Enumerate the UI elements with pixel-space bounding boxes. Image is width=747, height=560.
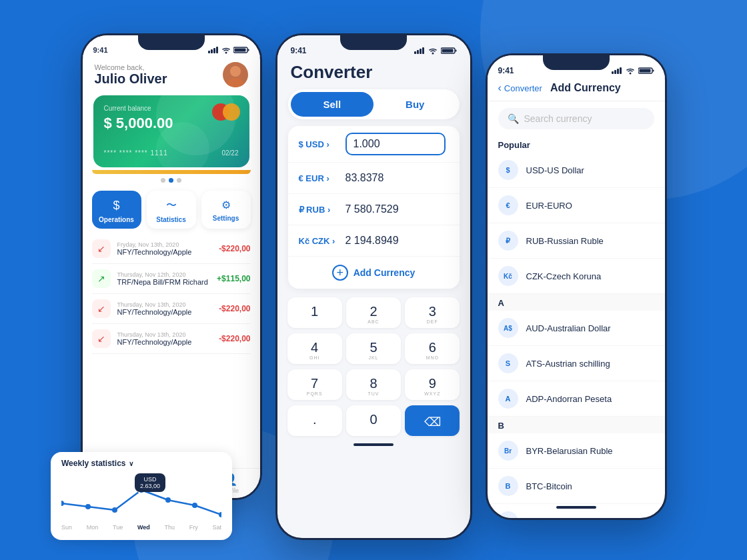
wifi-icon-3: [625, 67, 636, 75]
key-4-num: 4: [311, 340, 318, 355]
key-dot-num: .: [313, 412, 317, 427]
tx1-date: Fryday, Nov 13th, 2020: [117, 241, 213, 248]
notch3: [543, 55, 610, 70]
notch1: [138, 35, 205, 50]
key-6-num: 6: [429, 340, 436, 355]
tx4: ↙ Thursday, Nov 13th, 2020 NFY/Technolog…: [92, 324, 251, 354]
phone2-converter: 9:41: [275, 33, 472, 540]
key-2[interactable]: 2 ABC: [346, 297, 401, 328]
statistics-btn[interactable]: 〜 Statistics: [147, 191, 196, 229]
usd-input[interactable]: [345, 133, 446, 155]
statistics-icon: 〜: [166, 199, 177, 213]
usd-item[interactable]: $ USD-US Dollar: [488, 153, 665, 188]
card-number: **** **** **** 1111: [104, 149, 168, 157]
phone1-wallet: 9:41: [81, 33, 262, 500]
btc-badge: B: [498, 476, 518, 496]
home-indicator-2: [353, 443, 394, 446]
tx2: ↗ Thursday, Nov 12th, 2020 TRF/Nepa Bill…: [92, 264, 251, 294]
rub-item[interactable]: ₽ RUB-Russian Ruble: [488, 223, 665, 259]
key-8[interactable]: 8 TUV: [346, 369, 401, 400]
key-dot[interactable]: . _: [287, 405, 342, 436]
time-1: 9:41: [93, 46, 108, 54]
svg-rect-21: [620, 67, 622, 74]
adp-item[interactable]: A ADP-Andorran Peseta: [488, 381, 665, 417]
svg-rect-10: [414, 51, 416, 54]
czk-item[interactable]: Kč CZK-Czech Koruna: [488, 259, 665, 294]
card-bg-circle2: [156, 122, 209, 167]
gbp-badge: ₤: [498, 511, 518, 520]
eur-item[interactable]: € EUR-EURO: [488, 188, 665, 223]
search-bar[interactable]: 🔍 Search currency: [498, 108, 654, 129]
settings-btn[interactable]: ⚙ Settings: [201, 191, 251, 229]
key-2-letters: ABC: [367, 319, 379, 324]
chart-container: USD2.63,00 Sun Mon Tue Wed Thu Fry Sat: [61, 473, 221, 531]
svg-rect-24: [652, 70, 654, 72]
svg-rect-6: [247, 49, 249, 51]
currency-rows: $ USD › € EUR › 83.8378 ₽ RUB › 7 580.75…: [288, 126, 460, 289]
avatar-image: [223, 62, 248, 87]
sell-btn[interactable]: Sell: [291, 92, 374, 117]
label-fry: Fry: [189, 524, 198, 531]
label-wed: Wed: [137, 524, 150, 531]
ats-item[interactable]: S ATS-Austrian schilling: [488, 346, 665, 381]
usd-badge: $: [498, 160, 518, 180]
btc-name: BTC-Bitcoin: [526, 481, 572, 491]
add-currency-row[interactable]: + Add Currency: [288, 257, 460, 289]
tx2-amount: +$115,00: [217, 274, 250, 283]
tx1-icon: ↙: [92, 239, 111, 258]
key-7[interactable]: 7 PQRS: [287, 369, 342, 400]
czk-name: CZK-Czech Koruna: [526, 271, 602, 281]
key-delete[interactable]: ⌫: [405, 405, 460, 436]
aud-item[interactable]: A$ AUD-Australian Dollar: [488, 311, 665, 346]
battery-icon: [233, 46, 249, 54]
tx2-name: TRF/Nepa Bill/FRM Richard: [117, 278, 211, 286]
phone3-header-bar: ‹ Converter Add Currency: [488, 78, 665, 101]
btc-item[interactable]: B BTC-Bitcoin: [488, 469, 665, 504]
aud-name: AUD-Australian Dollar: [526, 323, 611, 333]
key-3-letters: DEF: [427, 319, 438, 324]
sell-buy-toggle: Sell Buy: [288, 89, 460, 119]
key-5[interactable]: 5 JKL: [346, 333, 401, 364]
svg-rect-12: [420, 49, 422, 54]
key-8-letters: TUV: [367, 391, 379, 396]
tx4-amount: -$220,00: [219, 334, 250, 343]
svg-point-4: [225, 52, 227, 54]
key-1[interactable]: 1: [287, 297, 342, 328]
ats-name: ATS-Austrian schilling: [526, 359, 610, 369]
chevron-down-icon: ∨: [129, 460, 133, 467]
buy-btn[interactable]: Buy: [374, 92, 457, 117]
key-5-num: 5: [369, 340, 377, 355]
b-section: B Br BYR-Belarusian Ruble B BTC-Bitcoin …: [488, 417, 665, 520]
svg-point-22: [629, 73, 631, 75]
back-link[interactable]: Converter: [504, 83, 542, 93]
a-section: A A$ AUD-Australian Dollar S ATS-Austria…: [488, 294, 665, 417]
battery-icon-3: [638, 67, 654, 75]
byr-badge: Br: [498, 441, 518, 461]
svg-point-26: [61, 501, 64, 506]
adp-badge: A: [498, 389, 518, 409]
key-9[interactable]: 9 WXYZ: [405, 369, 460, 400]
rub-value: 7 580.7529: [345, 203, 399, 215]
chart-tooltip: USD2.63,00: [135, 473, 165, 492]
operations-btn[interactable]: $ Operations: [92, 191, 141, 229]
key-6[interactable]: 6 MNO: [405, 333, 460, 364]
statistics-label: Statistics: [156, 216, 185, 223]
dot2[interactable]: [169, 178, 173, 183]
key-3[interactable]: 3 DEF: [405, 297, 460, 328]
svg-rect-3: [216, 47, 218, 53]
ats-badge: S: [498, 353, 518, 373]
status-icons-1: [208, 46, 249, 54]
transaction-list: ↙ Fryday, Nov 13th, 2020 NFY/Technology/…: [83, 233, 260, 355]
byr-item[interactable]: Br BYR-Belarusian Ruble: [488, 433, 665, 469]
svg-rect-17: [442, 49, 453, 53]
usd-row: $ USD ›: [288, 126, 460, 163]
key-0-num: 0: [369, 412, 377, 427]
card-expiry: 02/22: [221, 149, 238, 157]
key-1-num: 1: [311, 304, 318, 319]
key-4[interactable]: 4 GHI: [287, 333, 342, 364]
tx1-amount: -$220,00: [219, 244, 250, 253]
tx4-name: NFY/Technology/Apple: [117, 338, 213, 346]
operations-label: Operations: [99, 216, 134, 223]
numpad-row2: 4 GHI 5 JKL 6 MNO: [285, 331, 462, 366]
key-0[interactable]: 0 _: [346, 405, 401, 436]
